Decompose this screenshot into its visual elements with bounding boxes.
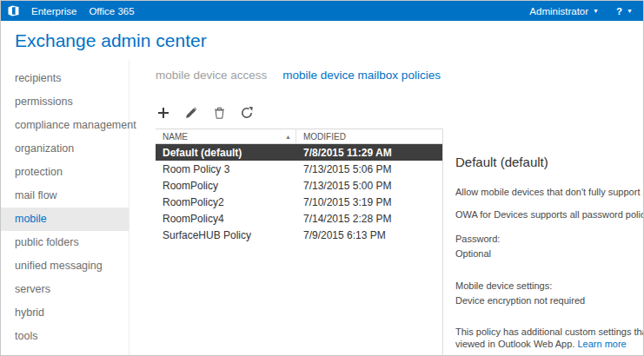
password-value: Optional: [455, 247, 643, 261]
policy-modified-cell: 7/8/2015 11:29 AM: [296, 147, 392, 159]
app-header: Exchange admin center: [1, 21, 643, 60]
help-icon: ?: [616, 6, 622, 16]
topbar-right: Administrator ▼ ? ▼: [529, 6, 633, 16]
custom-settings-note-line2-text: viewed in Outlook Web App.: [455, 339, 574, 349]
sidebar-item-tools[interactable]: tools: [1, 325, 129, 348]
device-settings-value: Device encryption not required: [455, 293, 643, 308]
policy-modified-cell: 7/13/2015 5:06 PM: [296, 163, 391, 175]
topbar-office365-link[interactable]: Office 365: [89, 6, 134, 16]
refresh-button[interactable]: [239, 108, 255, 122]
table-body: Default (default) 7/8/2015 11:29 AM Room…: [156, 144, 442, 243]
user-menu[interactable]: Administrator ▼: [529, 6, 599, 16]
policy-modified-cell: 7/13/2015 5:00 PM: [296, 180, 391, 192]
content-split: NAME ▲ MODIFIED Default (default) 7/8/20…: [129, 129, 643, 355]
custom-settings-note: This policy has additional custom settin…: [455, 326, 643, 350]
sidebar-item-protection[interactable]: protection: [1, 161, 129, 184]
table-row[interactable]: SurfaceHUB Policy 7/9/2015 6:13 PM: [156, 227, 442, 243]
sidebar-item-organization[interactable]: organization: [1, 137, 129, 161]
details-panel: Default (default) Allow mobile devices t…: [442, 129, 643, 355]
learn-more-link[interactable]: Learn more: [577, 339, 626, 349]
toolbar: [129, 82, 643, 129]
policy-name-cell: Room Policy 3: [156, 163, 296, 175]
policy-modified-cell: 7/14/2015 2:28 PM: [296, 213, 391, 225]
table-row[interactable]: Default (default) 7/8/2015 11:29 AM: [156, 144, 442, 161]
table-row[interactable]: Room Policy 3 7/13/2015 5:06 PM: [156, 161, 442, 177]
table-row[interactable]: RoomPolicy 7/13/2015 5:00 PM: [156, 177, 442, 194]
policies-table: NAME ▲ MODIFIED Default (default) 7/8/20…: [156, 129, 442, 355]
sidebar-item-compliance-management[interactable]: compliance management: [1, 114, 129, 137]
sidebar-item-mobile[interactable]: mobile: [1, 208, 129, 231]
app-window: Enterprise Office 365 Administrator ▼ ? …: [0, 0, 644, 356]
sidebar-item-recipients[interactable]: recipients: [1, 67, 129, 90]
topbar: Enterprise Office 365 Administrator ▼ ? …: [1, 1, 643, 21]
pencil-icon: [185, 107, 197, 122]
table-header: NAME ▲ MODIFIED: [156, 129, 442, 144]
delete-button[interactable]: [211, 108, 227, 122]
topbar-enterprise-link[interactable]: Enterprise: [31, 6, 76, 16]
password-section: Password: Optional: [455, 232, 643, 261]
table-row[interactable]: RoomPolicy4 7/14/2015 2:28 PM: [156, 210, 442, 227]
details-owa-text: OWA for Devices supports all password po…: [455, 209, 643, 220]
page-title: Exchange admin center: [15, 30, 629, 51]
sidebar-item-mail-flow[interactable]: mail flow: [1, 184, 129, 208]
add-button[interactable]: [156, 108, 171, 122]
policy-name-cell: Default (default): [156, 147, 296, 159]
trash-icon: [214, 107, 225, 122]
tab-mobile-device-access[interactable]: mobile device access: [156, 69, 267, 82]
policy-name-cell: RoomPolicy4: [156, 213, 296, 225]
help-menu[interactable]: ? ▼: [616, 6, 633, 16]
policy-name-cell: SurfaceHUB Policy: [156, 229, 296, 241]
sidebar: recipients permissions compliance manage…: [1, 60, 129, 355]
sidebar-item-unified-messaging[interactable]: unified messaging: [1, 254, 129, 278]
layout: recipients permissions compliance manage…: [1, 60, 643, 355]
tabs: mobile device access mobile device mailb…: [129, 60, 643, 82]
chevron-down-icon: ▼: [593, 8, 599, 14]
password-label: Password:: [455, 232, 643, 247]
device-settings-label: Mobile device settings:: [455, 279, 643, 293]
custom-settings-note-line1: This policy has additional custom settin…: [455, 326, 643, 338]
device-settings-section: Mobile device settings: Device encryptio…: [455, 279, 643, 308]
sidebar-item-servers[interactable]: servers: [1, 278, 129, 301]
tab-mobile-device-mailbox-policies[interactable]: mobile device mailbox policies: [282, 69, 441, 82]
edit-button[interactable]: [183, 108, 199, 122]
sidebar-item-hybrid[interactable]: hybrid: [1, 301, 129, 325]
details-intro-text: Allow mobile devices that don't fully su…: [455, 187, 643, 197]
column-header-modified[interactable]: MODIFIED: [296, 132, 442, 142]
plus-icon: [157, 107, 169, 122]
table-row[interactable]: RoomPolicy2 7/10/2015 3:19 PM: [156, 194, 442, 210]
office-logo-icon[interactable]: [8, 5, 19, 16]
main-content: mobile device access mobile device mailb…: [129, 60, 643, 355]
chevron-down-icon: ▼: [627, 8, 633, 14]
sidebar-item-permissions[interactable]: permissions: [1, 90, 129, 114]
user-menu-label: Administrator: [529, 6, 588, 16]
topbar-left: Enterprise Office 365: [8, 5, 135, 16]
sort-ascending-icon: ▲: [285, 134, 291, 140]
policy-name-cell: RoomPolicy2: [156, 196, 296, 208]
policy-modified-cell: 7/9/2015 6:13 PM: [296, 229, 386, 241]
column-header-name-label: NAME: [163, 132, 188, 142]
policy-name-cell: RoomPolicy: [156, 180, 296, 192]
policy-modified-cell: 7/10/2015 3:19 PM: [296, 196, 391, 208]
column-header-name[interactable]: NAME ▲: [156, 129, 296, 143]
custom-settings-note-line2: viewed in Outlook Web App. Learn more: [455, 338, 643, 350]
details-title: Default (default): [455, 155, 643, 169]
sidebar-item-public-folders[interactable]: public folders: [1, 231, 129, 254]
refresh-icon: [241, 107, 253, 122]
